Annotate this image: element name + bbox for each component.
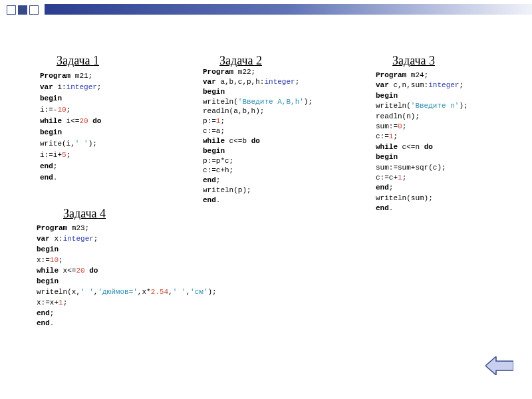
deco-square-icon (18, 5, 27, 15)
task-4-title: Задача 4 (63, 207, 106, 221)
task-2-title: Задача 2 (219, 54, 262, 68)
task-3-code: Program m24; var c,n,sum:integer; begin … (376, 70, 468, 213)
back-button[interactable] (485, 356, 513, 378)
task-3-title: Задача 3 (392, 54, 435, 68)
deco-square-icon (7, 5, 16, 15)
task-1-code: Program m21; var i:integer; begin i:=-10… (40, 70, 101, 184)
top-decoration-bar (0, 0, 532, 17)
svg-marker-0 (485, 356, 513, 375)
task-4-code: Program m23; var x:integer; begin x:=10;… (37, 223, 217, 329)
task-2-code: Program m22; var a,b,c,p,h:integer; begi… (203, 67, 313, 205)
deco-gradient-bar (45, 4, 532, 15)
task-1-title: Задача 1 (57, 54, 99, 68)
deco-square-icon (29, 5, 39, 15)
arrow-left-icon (485, 356, 513, 375)
slide-content: Задача 1 Задача 2 Задача 3 Задача 4 Prog… (0, 17, 532, 390)
